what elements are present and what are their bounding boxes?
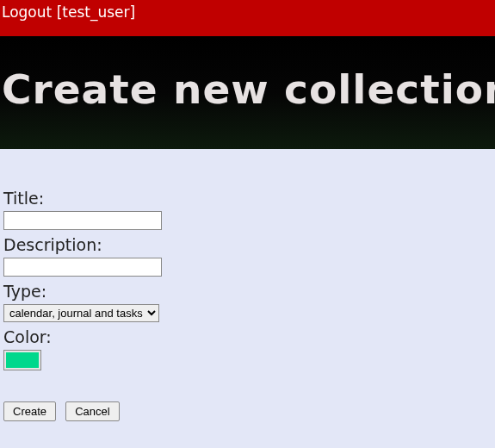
color-label: Color: xyxy=(3,327,492,346)
button-row: Create Cancel xyxy=(3,401,492,421)
user-suffix: [test_user] xyxy=(57,3,136,21)
page-title: Create new collection xyxy=(2,65,495,113)
description-label: Description: xyxy=(3,235,492,254)
create-button[interactable]: Create xyxy=(3,401,56,421)
page-banner: Create new collection xyxy=(0,36,495,149)
title-label: Title: xyxy=(3,189,492,208)
logout-link[interactable]: Logout xyxy=(2,3,52,21)
type-select[interactable]: calendar, journal and tasks xyxy=(3,304,159,322)
type-label: Type: xyxy=(3,282,492,301)
cancel-button[interactable]: Cancel xyxy=(65,401,119,421)
color-input[interactable] xyxy=(3,350,41,370)
topbar: Logout [test_user] xyxy=(0,0,495,36)
description-input[interactable] xyxy=(3,258,162,277)
create-collection-form: Title: Description: Type: calendar, jour… xyxy=(0,149,495,421)
color-swatch xyxy=(6,352,39,368)
logout-label: Logout xyxy=(2,3,52,21)
title-input[interactable] xyxy=(3,211,162,230)
